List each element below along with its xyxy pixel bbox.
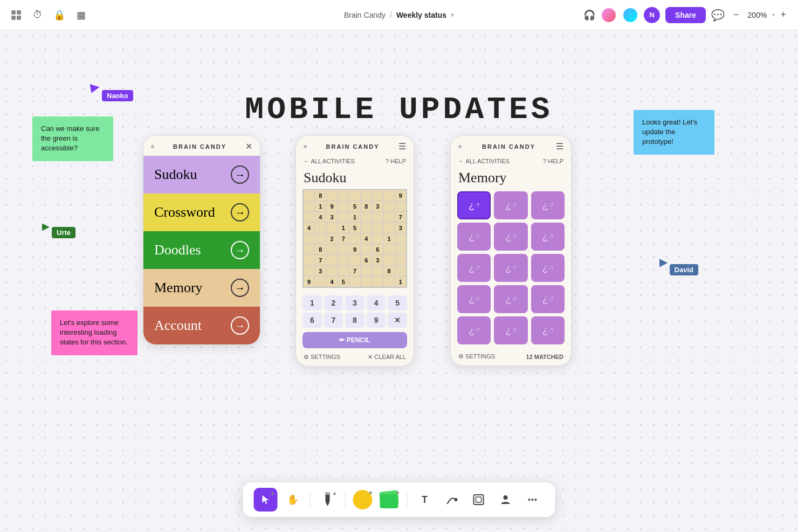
sudoku-grid[interactable]: 89 19583 4317 4153 2741 896 763	[302, 189, 407, 288]
zoom-chevron[interactable]: ▾	[772, 12, 775, 18]
zoom-level[interactable]: 200%	[744, 11, 770, 19]
phone-menu-icon-2[interactable]: ☰	[398, 141, 406, 151]
pencil-button[interactable]: ✏ PENCIL	[302, 332, 407, 348]
phone-memory: BRAIN CANDY ☰ ← ALL ACTIVITIES ? HELP Me…	[450, 135, 572, 366]
memory-card-10[interactable]: ¿·?	[457, 285, 491, 313]
comment-icon[interactable]: 💬	[711, 9, 725, 22]
timer-icon[interactable]: ⏱	[30, 8, 45, 23]
sticky-note-green[interactable]: Can we make sure the green is accessible…	[32, 116, 113, 161]
numpad-2[interactable]: 2	[324, 295, 343, 310]
svg-rect-9	[474, 495, 484, 505]
phone-menu-icon-3[interactable]: ☰	[556, 141, 563, 151]
svg-point-13	[532, 499, 534, 501]
phone-close-icon[interactable]: ✕	[245, 141, 252, 151]
breadcrumb-separator: /	[390, 11, 392, 19]
help-label-3[interactable]: ? HELP	[543, 158, 563, 164]
sudoku-numpad-row2: 6 7 8 9 ✕	[296, 313, 414, 332]
sudoku-table: 89 19583 4317 4153 2741 896 763	[303, 190, 407, 287]
svg-rect-3	[17, 16, 21, 20]
lock-icon[interactable]: 🔒	[52, 8, 67, 23]
phone-header-3: BRAIN CANDY ☰	[451, 136, 571, 156]
svg-marker-4	[263, 495, 269, 504]
chevron-down-icon[interactable]: ▾	[451, 11, 454, 19]
avatar-1[interactable]	[601, 7, 617, 23]
page-name[interactable]: Weekly status	[396, 11, 446, 19]
numpad-8[interactable]: 8	[345, 313, 364, 328]
settings-button-sudoku[interactable]: ⚙ SETTINGS	[304, 354, 340, 361]
headphone-icon[interactable]: 🎧	[583, 9, 595, 21]
topbar-right: 🎧 N Share 💬 − 200% ▾ +	[583, 7, 789, 23]
memory-card-8[interactable]: ¿·?	[494, 254, 527, 282]
memory-title: Memory	[451, 169, 571, 191]
zoom-controls: − 200% ▾ +	[730, 8, 789, 22]
text-tool[interactable]: T	[413, 488, 437, 512]
connector-tool[interactable]	[440, 488, 464, 512]
numpad-4[interactable]: 4	[367, 295, 386, 310]
tool-sub-arrow: ▲	[270, 490, 276, 496]
memory-card-1[interactable]: ¿·?	[457, 191, 491, 219]
memory-card-2[interactable]: ¿·?	[494, 191, 527, 219]
memory-card-14[interactable]: ¿·?	[494, 316, 527, 344]
sticky-note-blue[interactable]: Looks great! Let's update the prototype!	[634, 110, 714, 155]
memory-card-7[interactable]: ¿·?	[457, 254, 491, 282]
frame-tool[interactable]	[467, 488, 491, 512]
numpad-7[interactable]: 7	[324, 313, 343, 328]
avatar-2[interactable]	[622, 7, 638, 23]
menu-item-memory[interactable]: Memory →	[143, 269, 260, 307]
memory-card-4[interactable]: ¿·?	[457, 223, 491, 251]
svg-point-8	[455, 498, 458, 501]
numpad-3[interactable]: 3	[345, 295, 364, 310]
pen-tool[interactable]: ▲	[316, 488, 340, 512]
project-name[interactable]: Brain Candy	[344, 11, 386, 19]
memory-card-15[interactable]: ¿·?	[531, 316, 565, 344]
shape-tool[interactable]: ▲	[351, 488, 375, 512]
grid-icon[interactable]: ▦	[73, 8, 88, 23]
component-icon[interactable]	[9, 8, 24, 23]
cursor-arrow-naoko: ▶	[90, 81, 101, 94]
memory-card-9[interactable]: ¿·?	[531, 254, 565, 282]
more-tool[interactable]	[521, 488, 545, 512]
sudoku-numpad-row1: 1 2 3 4 5	[296, 292, 414, 313]
cursor-name-urte: Urte	[52, 227, 75, 238]
menu-item-crossword[interactable]: Crossword →	[143, 194, 260, 231]
memory-card-12[interactable]: ¿·?	[531, 285, 565, 313]
numpad-9[interactable]: 9	[367, 313, 386, 328]
menu-item-account[interactable]: Account →	[143, 307, 260, 344]
phone-dots-2	[304, 145, 307, 148]
memory-card-5[interactable]: ¿·?	[494, 223, 527, 251]
menu-item-doodles[interactable]: Doodles →	[143, 231, 260, 269]
svg-marker-6	[326, 502, 330, 506]
canvas[interactable]: MOBILE UPDATES ▶ Naoko ▶ Urte ▶ David Ca…	[0, 30, 798, 532]
clear-button-sudoku[interactable]: ✕ CLEAR ALL	[368, 354, 406, 361]
sticky-note-pink[interactable]: Let's explore some interesting loading s…	[51, 310, 137, 355]
phone2-nav: ← ALL ACTIVITIES ? HELP	[296, 156, 414, 169]
sticky-text-pink: Let's explore some interesting loading s…	[60, 319, 128, 346]
person-tool[interactable]	[494, 488, 518, 512]
back-button-2[interactable]: ← ALL ACTIVITIES	[304, 158, 355, 164]
zoom-in-button[interactable]: +	[777, 8, 789, 22]
hand-tool[interactable]: ✋	[281, 488, 305, 512]
memory-card-3[interactable]: ¿·?	[531, 191, 565, 219]
zoom-out-button[interactable]: −	[730, 8, 742, 22]
share-button[interactable]: Share	[665, 7, 706, 23]
menu-item-sudoku[interactable]: Sudoku →	[143, 156, 260, 194]
memory-card-13[interactable]: ¿·?	[457, 316, 491, 344]
settings-button-memory[interactable]: ⚙ SETTINGS	[458, 353, 495, 360]
numpad-1[interactable]: 1	[302, 295, 322, 310]
memory-card-11[interactable]: ¿·?	[494, 285, 527, 313]
sticky-tool[interactable]: ▲	[378, 488, 402, 512]
numpad-6[interactable]: 6	[302, 313, 322, 328]
back-button-3[interactable]: ← ALL ACTIVITIES	[458, 158, 510, 164]
back-label-3: ← ALL ACTIVITIES	[458, 158, 510, 164]
menu-label-doodles: Doodles	[154, 242, 201, 258]
avatar-n[interactable]: N	[644, 7, 660, 23]
cursor-tool[interactable]: ▲	[254, 488, 278, 512]
toolbar-divider-1	[310, 492, 311, 508]
numpad-delete[interactable]: ✕	[388, 313, 407, 328]
help-label-2[interactable]: ? HELP	[386, 158, 406, 164]
numpad-5[interactable]: 5	[388, 295, 407, 310]
svg-rect-1	[17, 10, 21, 15]
menu-label-account: Account	[154, 317, 202, 334]
memory-card-6[interactable]: ¿·?	[531, 223, 565, 251]
phone-sudoku: BRAIN CANDY ☰ ← ALL ACTIVITIES ? HELP Su…	[295, 135, 414, 367]
